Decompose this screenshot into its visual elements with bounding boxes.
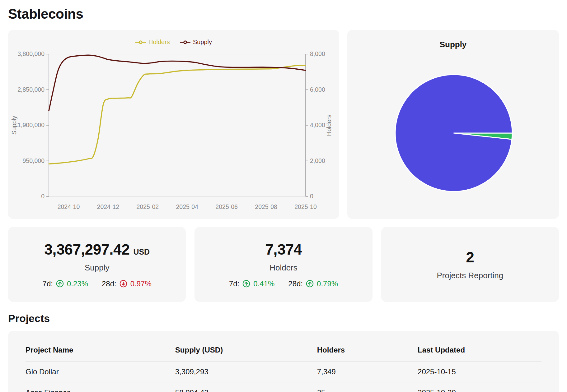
table-cell: 25	[317, 382, 418, 392]
table-column-header: Project Name	[26, 336, 175, 362]
left-axis-tick-label: 1,900,000	[17, 122, 45, 128]
page: Stablecoins HoldersSupply 0950,0001,900,…	[0, 0, 567, 392]
table-cell: Glo Dollar	[26, 362, 175, 382]
legend-marker-icon	[180, 40, 190, 44]
stat-value: 2	[466, 249, 474, 266]
stat-value: 3,367,297.42	[44, 241, 129, 258]
x-axis-tick-label: 2025-10	[294, 203, 317, 210]
table-cell: 58,004.42	[175, 382, 317, 392]
x-axis-tick-label: 2025-02	[137, 203, 159, 210]
right-axis-tick-label: 8,000	[310, 50, 325, 57]
x-axis-tick-label: 2024-10	[58, 203, 80, 210]
page-title: Stablecoins	[8, 6, 559, 22]
projects-table: Project NameSupply (USD)HoldersLast Upda…	[26, 336, 541, 392]
change-period-label: 28d:	[102, 279, 116, 288]
change-percent: 0.23%	[67, 279, 88, 288]
legend-item-supply[interactable]: Supply	[180, 39, 212, 46]
legend-item-holders[interactable]: Holders	[135, 39, 170, 46]
right-axis: 02,0004,0006,0008,000Holders	[306, 50, 332, 200]
x-axis-labels: 2024-102024-122025-022025-042025-062025-…	[58, 203, 317, 210]
x-axis-tick-label: 2025-04	[176, 203, 198, 210]
stat-label: Projects Reporting	[437, 271, 503, 280]
left-axis-tick-label: 2,850,000	[17, 86, 45, 93]
left-axis: 0950,0001,900,0002,850,0003,800,000Suppl…	[11, 50, 49, 200]
x-axis-tick-label: 2025-06	[215, 203, 238, 210]
table-cell: 3,309,293	[175, 362, 317, 382]
legend-marker-icon	[135, 40, 146, 44]
right-axis-tick-label: 6,000	[310, 86, 325, 93]
table-cell: 2025-10-20	[418, 382, 541, 392]
pie-chart-title: Supply	[347, 40, 559, 49]
table-column-header: Last Updated	[418, 336, 541, 362]
change-period-label: 7d:	[43, 279, 53, 288]
change-28d: 28d:0.97%	[102, 279, 152, 288]
stat-value-line: 3,367,297.42USD	[44, 241, 150, 258]
left-axis-title: Supply	[11, 116, 17, 135]
pie-chart	[347, 52, 560, 219]
change-7d: 7d:0.23%	[43, 279, 88, 288]
stat-label: Holders	[269, 263, 298, 273]
arrow-down-circle-icon	[119, 279, 128, 288]
change-percent: 0.97%	[130, 279, 152, 288]
line-chart-legend: HoldersSupply	[8, 39, 339, 46]
arrow-up-circle-icon	[306, 279, 314, 288]
table-header-row: Project NameSupply (USD)HoldersLast Upda…	[26, 336, 541, 362]
line-chart-card: HoldersSupply 0950,0001,900,0002,850,000…	[8, 30, 339, 219]
projects-heading: Projects	[8, 312, 559, 325]
legend-label: Supply	[193, 39, 212, 46]
series-line-supply	[49, 55, 306, 111]
stat-label: Supply	[85, 263, 110, 273]
legend-label: Holders	[148, 39, 170, 46]
arrow-up-circle-icon	[56, 279, 64, 288]
x-axis-tick-label: 2025-08	[255, 203, 277, 210]
table-cell: 7,349	[317, 362, 418, 382]
stat-changes: 7d:0.23%28d:0.97%	[43, 279, 152, 288]
change-percent: 0.79%	[317, 279, 338, 288]
change-period-label: 28d:	[288, 279, 303, 288]
left-axis-tick-label: 950,000	[23, 157, 45, 164]
stat-card-projects-reporting: 2Projects Reporting	[381, 227, 559, 302]
pie-chart-card: Supply	[347, 30, 559, 219]
change-percent: 0.41%	[253, 279, 274, 288]
stat-unit: USD	[133, 247, 150, 256]
table-cell: Azos Finance	[26, 382, 175, 392]
table-row[interactable]: Glo Dollar3,309,2937,3492025-10-15	[26, 362, 541, 382]
stat-card-holders: 7,374Holders7d:0.41%28d:0.79%	[194, 227, 372, 302]
line-chart: 0950,0001,900,0002,850,0003,800,000Suppl…	[8, 30, 339, 219]
table-row[interactable]: Azos Finance58,004.42252025-10-20	[26, 382, 541, 392]
right-axis-tick-label: 2,000	[310, 157, 325, 164]
stat-value: 7,374	[265, 241, 302, 258]
right-axis-title: Holders	[326, 115, 332, 136]
arrow-up-circle-icon	[242, 279, 251, 288]
left-axis-tick-label: 3,800,000	[17, 50, 45, 57]
stats-row: 3,367,297.42USDSupply7d:0.23%28d:0.97%7,…	[8, 227, 559, 302]
right-axis-tick-label: 4,000	[310, 122, 325, 128]
left-axis-tick-label: 0	[41, 193, 45, 200]
stat-value-line: 2	[466, 249, 474, 266]
table-column-header: Supply (USD)	[175, 336, 317, 362]
change-period-label: 7d:	[229, 279, 239, 288]
stat-value-line: 7,374	[265, 241, 302, 258]
pie-slice[interactable]	[395, 75, 512, 191]
projects-table-card: Project NameSupply (USD)HoldersLast Upda…	[8, 331, 559, 392]
charts-row: HoldersSupply 0950,0001,900,0002,850,000…	[8, 30, 559, 219]
stat-card-supply: 3,367,297.42USDSupply7d:0.23%28d:0.97%	[8, 227, 186, 302]
right-axis-tick-label: 0	[310, 193, 313, 200]
change-7d: 7d:0.41%	[229, 279, 274, 288]
series-line-holders	[49, 65, 306, 164]
table-cell: 2025-10-15	[418, 362, 541, 382]
x-axis-tick-label: 2024-12	[97, 203, 119, 210]
table-column-header: Holders	[317, 336, 418, 362]
change-28d: 28d:0.79%	[288, 279, 338, 288]
stat-changes: 7d:0.41%28d:0.79%	[229, 279, 338, 288]
